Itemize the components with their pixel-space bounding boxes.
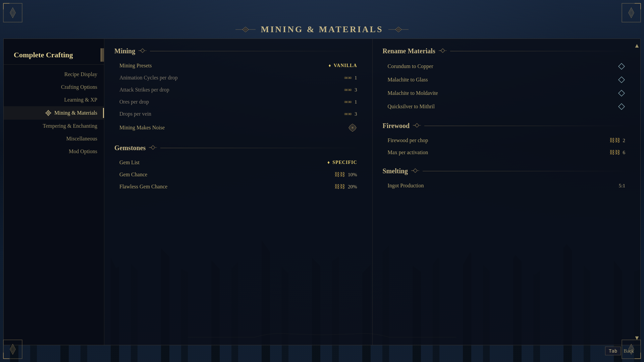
nav-label-tempering-enchanting: Tempering & Enchanting xyxy=(43,123,97,129)
gem-list-bullet: ♦ xyxy=(327,160,330,165)
setting-label-corundum-copper: Corundum to Copper xyxy=(388,63,433,69)
setting-label-malachite-glass: Malachite to Glass xyxy=(388,77,428,83)
scrollbar-indicator[interactable]: ▲ ▼ xyxy=(634,39,640,345)
attack-strikes-val: 3 xyxy=(355,87,357,93)
setting-label-mining-presets: Mining Presets xyxy=(119,63,152,69)
drops-per-vein-inf: ∞∞ xyxy=(344,111,352,117)
setting-value-max-per-activation: ⛓⛓ 6 xyxy=(609,149,626,156)
sidebar-item-learning-xp[interactable]: Learning & XP xyxy=(4,94,104,106)
setting-ingot-production[interactable]: Ingot Production 5:1 xyxy=(383,180,631,191)
setting-malachite-glass[interactable]: Malachite to Glass xyxy=(383,73,631,86)
right-panel: ▲ ▼ Rename Materials xyxy=(373,39,641,345)
left-panel: Mining Mining Presets ♦ xyxy=(104,39,373,345)
corner-decoration-tr xyxy=(621,3,641,23)
setting-max-per-activation[interactable]: Max per activation ⛓⛓ 6 xyxy=(383,147,631,158)
malachite-glass-diamond-icon xyxy=(618,76,625,83)
svg-point-30 xyxy=(48,112,49,114)
setting-ores-per-drop[interactable]: Ores per drop ∞∞ 1 xyxy=(114,96,362,108)
setting-value-flawless-gem-chance: ⛓⛓ 20% xyxy=(334,184,357,190)
setting-value-firewood-per-chop: ⛓⛓ 2 xyxy=(609,137,626,143)
sidebar-item-mod-options[interactable]: Mod Options xyxy=(4,145,104,158)
malachite-moldavite-diamond-icon xyxy=(618,89,625,97)
gemstones-section-icon xyxy=(149,145,157,152)
ores-per-drop-val: 1 xyxy=(355,99,357,105)
scroll-up-arrow[interactable]: ▲ xyxy=(634,42,640,49)
flawless-gem-val: 20% xyxy=(348,184,357,190)
setting-value-drops-per-vein: ∞∞ 3 xyxy=(344,111,357,117)
nav-label-recipe-display: Recipe Display xyxy=(64,71,97,77)
ingot-production-val: 5:1 xyxy=(619,183,625,189)
setting-label-gem-chance: Gem Chance xyxy=(119,172,147,178)
back-key-label: Back xyxy=(624,348,634,354)
sidebar-item-tempering-enchanting[interactable]: Tempering & Enchanting xyxy=(4,120,104,132)
nav-label-miscellaneous: Miscellaneous xyxy=(66,136,97,142)
setting-value-mining-noise xyxy=(348,123,357,132)
setting-label-quicksilver-mithril: Quicksilver to Mithril xyxy=(388,104,435,110)
setting-quicksilver-mithril[interactable]: Quicksilver to Mithril xyxy=(383,100,631,113)
gem-list-value: SPECIFIC xyxy=(332,160,357,165)
animation-cycles-inf: ∞∞ xyxy=(344,75,352,81)
animation-cycles-val: 1 xyxy=(355,75,357,81)
firewood-per-chop-link: ⛓⛓ xyxy=(609,137,620,143)
main-container: MINING & MATERIALS Complete Crafting Rec… xyxy=(3,22,641,345)
setting-value-ores-per-drop: ∞∞ 1 xyxy=(344,99,357,105)
setting-malachite-moldavite[interactable]: Malachite to Moldavite xyxy=(383,87,631,100)
ores-per-drop-inf: ∞∞ xyxy=(344,99,352,105)
setting-label-malachite-moldavite: Malachite to Moldavite xyxy=(388,90,438,96)
setting-gem-list[interactable]: Gem List ♦ SPECIFIC xyxy=(114,157,362,168)
drops-per-vein-val: 3 xyxy=(355,111,357,117)
setting-value-gem-chance: ⛓⛓ 10% xyxy=(334,172,357,178)
max-per-activation-val: 6 xyxy=(623,150,626,156)
sidebar-item-mining-materials[interactable]: Mining & Materials xyxy=(4,106,104,120)
sidebar-nav: Recipe Display Crafting Options Learning… xyxy=(4,65,104,158)
setting-drops-per-vein[interactable]: Drops per vein ∞∞ 3 xyxy=(114,108,362,120)
sidebar: Complete Crafting Recipe Display Craftin… xyxy=(4,39,104,345)
title-decoration: MINING & MATERIALS xyxy=(235,24,409,35)
svg-marker-45 xyxy=(619,90,625,96)
firewood-section-line xyxy=(424,126,630,126)
firewood-per-chop-val: 2 xyxy=(623,138,626,143)
setting-gem-chance[interactable]: Gem Chance ⛓⛓ 10% xyxy=(114,169,362,180)
mining-section-title: Mining xyxy=(114,47,135,55)
svg-marker-43 xyxy=(619,63,625,69)
mining-materials-icon xyxy=(45,110,52,116)
firewood-section-icon xyxy=(413,123,421,129)
nav-label-mod-options: Mod Options xyxy=(69,148,97,155)
setting-label-attack-strikes: Attack Strikes per drop xyxy=(119,87,169,93)
setting-animation-cycles[interactable]: Animation Cycles per drop ∞∞ 1 xyxy=(114,72,362,83)
setting-value-malachite-glass xyxy=(618,76,625,83)
setting-mining-noise[interactable]: Mining Makes Noise xyxy=(114,120,362,135)
gemstones-section-title: Gemstones xyxy=(114,144,146,152)
setting-label-flawless-gem-chance: Flawless Gem Chance xyxy=(119,184,167,190)
page-title: MINING & MATERIALS xyxy=(261,24,383,35)
setting-value-malachite-moldavite xyxy=(618,89,625,97)
nav-label-learning-xp: Learning & XP xyxy=(64,97,97,103)
setting-label-max-per-activation: Max per activation xyxy=(388,149,428,156)
gemstones-section-line xyxy=(160,148,362,148)
setting-attack-strikes[interactable]: Attack Strikes per drop ∞∞ 3 xyxy=(114,84,362,96)
smelting-section-line xyxy=(423,171,630,171)
setting-label-animation-cycles: Animation Cycles per drop xyxy=(119,75,178,81)
setting-mining-presets[interactable]: Mining Presets ♦ VANILLA xyxy=(114,60,362,71)
right-content: Mining Mining Presets ♦ xyxy=(104,39,640,345)
title-ornament-left xyxy=(235,24,256,35)
setting-value-quicksilver-mithril xyxy=(618,103,625,110)
setting-corundum-copper[interactable]: Corundum to Copper xyxy=(383,60,631,73)
sidebar-item-miscellaneous[interactable]: Miscellaneous xyxy=(4,132,104,145)
setting-value-animation-cycles: ∞∞ 1 xyxy=(344,75,357,81)
setting-value-corundum-copper xyxy=(618,63,625,70)
sidebar-item-crafting-options[interactable]: Crafting Options xyxy=(4,81,104,94)
firewood-section-header: Firewood xyxy=(383,122,631,130)
nav-label-crafting-options: Crafting Options xyxy=(61,84,97,90)
setting-firewood-per-chop[interactable]: Firewood per chop ⛓⛓ 2 xyxy=(383,135,631,146)
smelting-section-header: Smelting xyxy=(383,167,631,175)
max-per-activation-link: ⛓⛓ xyxy=(609,149,620,156)
sidebar-item-recipe-display[interactable]: Recipe Display xyxy=(4,68,104,81)
rename-materials-icon xyxy=(439,48,447,55)
sidebar-title: Complete Crafting xyxy=(14,51,73,59)
firewood-section-title: Firewood xyxy=(383,122,410,130)
back-key-box: Tab xyxy=(605,347,621,355)
setting-flawless-gem-chance[interactable]: Flawless Gem Chance ⛓⛓ 20% xyxy=(114,181,362,192)
gemstones-section-header: Gemstones xyxy=(114,144,362,152)
setting-value-gem-list: ♦ SPECIFIC xyxy=(327,160,357,165)
